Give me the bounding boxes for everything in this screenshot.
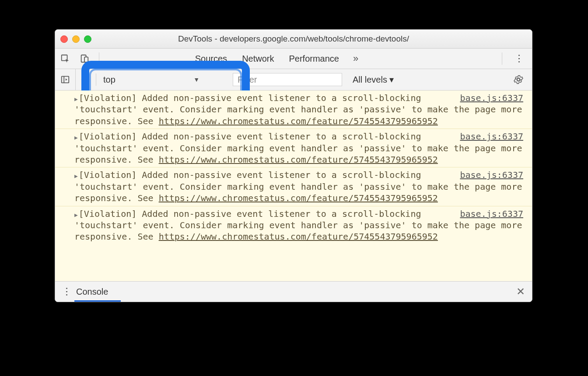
console-message[interactable]: base.js:6337▶[Violation] Added non-passi… <box>55 206 532 244</box>
devtools-window: DevTools - developers.google.com/web/too… <box>55 29 532 302</box>
message-source-link[interactable]: base.js:6337 <box>460 131 524 142</box>
execution-context-label: top <box>103 75 116 85</box>
console-message[interactable]: base.js:6337▶[Violation] Added non-passi… <box>55 91 532 129</box>
message-link[interactable]: https://www.chromestatus.com/feature/574… <box>159 231 438 242</box>
device-toolbar-icon[interactable] <box>78 52 91 65</box>
console-message[interactable]: base.js:6337▶[Violation] Added non-passi… <box>55 167 532 205</box>
drawer-active-indicator <box>74 300 121 302</box>
message-link[interactable]: https://www.chromestatus.com/feature/574… <box>159 154 438 165</box>
clear-console-icon[interactable] <box>79 73 91 86</box>
chevron-down-icon: ▼ <box>193 76 200 83</box>
log-levels-selector[interactable]: All levels ▾ <box>353 74 394 85</box>
message-body: ▶[Violation] Added non-passive event lis… <box>74 131 522 165</box>
drawer-menu-button[interactable]: ⋯ <box>60 287 74 296</box>
execution-context-selector[interactable]: top ▼ <box>96 73 205 86</box>
window-zoom-button[interactable] <box>84 35 91 43</box>
message-link[interactable]: https://www.chromestatus.com/feature/574… <box>159 116 438 126</box>
window-close-button[interactable] <box>60 35 68 43</box>
expand-triangle-icon[interactable]: ▶ <box>74 173 78 179</box>
console-message[interactable]: base.js:6337▶[Violation] Added non-passi… <box>55 129 532 167</box>
console-toolbar: top ▼ All levels ▾ <box>55 69 532 91</box>
message-source-link[interactable]: base.js:6337 <box>460 208 524 219</box>
window-traffic-lights <box>60 35 91 43</box>
main-menu-button[interactable]: ⋯ <box>510 54 528 63</box>
titlebar: DevTools - developers.google.com/web/too… <box>55 30 532 49</box>
svg-rect-2 <box>84 57 88 62</box>
expand-triangle-icon[interactable]: ▶ <box>74 134 78 141</box>
console-messages[interactable]: base.js:6337▶[Violation] Added non-passi… <box>55 91 532 281</box>
divider <box>99 52 99 65</box>
tab-performance[interactable]: Performance <box>284 54 343 64</box>
message-body: ▶[Violation] Added non-passive event lis… <box>74 170 522 203</box>
divider <box>502 52 502 65</box>
tabs-overflow-button[interactable]: » <box>350 53 362 64</box>
message-link[interactable]: https://www.chromestatus.com/feature/574… <box>159 193 438 203</box>
message-body: ▶[Violation] Added non-passive event lis… <box>74 93 522 126</box>
message-body: ▶[Violation] Added non-passive event lis… <box>74 209 522 242</box>
console-sidebar-toggle[interactable] <box>55 69 76 90</box>
drawer-close-button[interactable]: ✕ <box>514 285 528 298</box>
tab-sources[interactable]: Sources <box>191 54 231 64</box>
svg-rect-3 <box>62 77 69 83</box>
window-minimize-button[interactable] <box>72 35 80 43</box>
svg-line-6 <box>83 77 88 82</box>
tab-network[interactable]: Network <box>238 54 278 64</box>
message-source-link[interactable]: base.js:6337 <box>460 169 524 181</box>
expand-triangle-icon[interactable]: ▶ <box>74 212 78 218</box>
message-source-link[interactable]: base.js:6337 <box>460 92 524 104</box>
inspect-element-icon[interactable] <box>59 52 72 65</box>
expand-triangle-icon[interactable]: ▶ <box>74 96 78 102</box>
drawer-tab-console[interactable]: Console <box>76 287 108 297</box>
console-settings-icon[interactable] <box>508 75 528 84</box>
window-title: DevTools - developers.google.com/web/too… <box>178 34 409 44</box>
filter-input[interactable] <box>233 73 342 86</box>
drawer: ⋯ Console ✕ <box>55 281 532 302</box>
svg-point-7 <box>517 78 520 81</box>
main-tab-row: ElementsConsole Sources Network Performa… <box>55 49 532 69</box>
